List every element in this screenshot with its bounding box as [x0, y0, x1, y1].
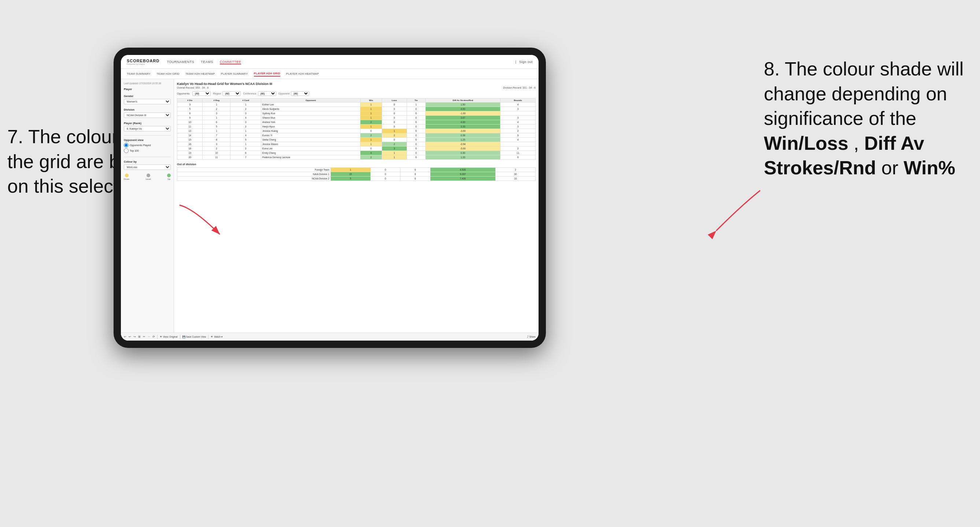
cell-conf: 2: [231, 107, 261, 111]
colour-by-label: Colour by: [124, 160, 171, 163]
cell-loss: 0: [382, 111, 407, 116]
table-row: 10 6 3 Andrea York 2 0 0 4.00 4: [177, 120, 536, 124]
cell-tie: 0: [407, 107, 425, 111]
toolbar-divider-2: [180, 335, 180, 339]
cell-diff: 1.25: [425, 138, 500, 142]
cell-loss: 2: [382, 142, 407, 146]
cell-conf: 6: [231, 151, 261, 155]
toolbar-redo1[interactable]: ↩: [129, 335, 131, 338]
cell-div: 5: [177, 107, 203, 111]
sub-nav-player-h2h-grid[interactable]: PLAYER H2H GRID: [254, 71, 280, 76]
toolbar-share[interactable]: ⤴ Share: [527, 335, 536, 338]
out-of-division-header: Out of division: [177, 163, 536, 166]
overall-record-value: 353 - 34 - 6: [196, 86, 209, 89]
cell-rounds: 11: [500, 151, 536, 155]
conference-select[interactable]: (All): [258, 91, 276, 96]
cell-loss: 0: [382, 138, 407, 142]
toolbar-watch[interactable]: 👁 Watch ▾: [211, 335, 223, 338]
cell-tie: 0: [407, 151, 425, 155]
division-select[interactable]: NCAA Division III: [124, 113, 171, 118]
cell-reg: 10: [203, 151, 231, 155]
table-row: 3 1 1 Esther Lee 1 0 1 1.50 4: [177, 103, 536, 107]
annotation-right-sep1: ,: [854, 133, 864, 154]
cell-rounds: 9: [500, 133, 536, 138]
main-data-table: # Div # Reg # Conf Opponent Win Loss Tie…: [177, 98, 536, 160]
share-icon: ⤴: [527, 335, 529, 338]
filter-group-region: Region (All): [213, 91, 241, 96]
radio-opponents-played[interactable]: Opponents Played: [124, 143, 171, 148]
radio-top100-input[interactable]: [124, 148, 129, 153]
sub-nav-team-summary[interactable]: TEAM SUMMARY: [127, 71, 151, 76]
cell-win: 0: [361, 129, 382, 133]
sub-nav-team-h2h-grid[interactable]: TEAM H2H GRID: [156, 71, 180, 76]
cell-name: Eunice Yi: [261, 133, 361, 138]
panel-divider: [124, 135, 171, 135]
tablet-device: SCOREBOARD Powered by clippd TOURNAMENTS…: [114, 48, 546, 348]
cell-win: 1: [361, 116, 382, 120]
cell-reg: 8: [203, 138, 231, 142]
overall-record-label: Overall Record:: [177, 86, 195, 89]
annotation-right-text1: 8. The colour shade will change dependin…: [764, 58, 964, 129]
region-select[interactable]: (All): [223, 91, 241, 96]
cell-reg: 3: [203, 142, 231, 146]
toolbar-redo2[interactable]: ↪: [134, 335, 136, 338]
left-panel: Last Updated: 27/03/2024 16:55:38 Player…: [121, 79, 174, 333]
radio-group: Opponents Played Top 100: [124, 143, 171, 153]
toolbar-grid[interactable]: ⊞: [138, 335, 141, 338]
col-diff: Diff Av Strokes/Rnd: [425, 98, 500, 103]
cell-reg: 1: [203, 116, 231, 120]
player-rank-select[interactable]: 8. Katelyn Vo: [124, 126, 171, 132]
cell-diff: 4.00: [425, 107, 500, 111]
toolbar-divider-1: [157, 335, 158, 339]
grid-title: Katelyn Vo Head-to-Head Grid for Women's…: [177, 82, 536, 86]
filter-group-conference: Conference (All): [243, 91, 276, 96]
toolbar-undo[interactable]: ↩: [124, 335, 126, 338]
cell-div: 13: [177, 129, 203, 133]
watch-label: Watch ▾: [214, 335, 223, 338]
cell-reg: 2: [203, 107, 231, 111]
colour-by-select[interactable]: Win/Loss: [124, 164, 171, 170]
cell-loss: 1: [382, 129, 407, 133]
out-of-div-table: Foreign Team 1 0 0 4.500 2 NAIA Division…: [177, 167, 536, 181]
out-cell-name: Foreign Team: [177, 168, 331, 172]
cell-loss: 0: [382, 124, 407, 129]
nav-sign-out[interactable]: Sign out: [519, 59, 533, 65]
out-cell-diff: 4.500: [430, 168, 495, 172]
sub-nav-team-h2h-heatmap[interactable]: TEAM H2H HEATMAP: [185, 71, 215, 76]
cell-diff: 1.33: [425, 155, 500, 160]
col-tie: Tie: [407, 98, 425, 103]
cell-win: 4: [361, 151, 382, 155]
cell-reg: 1: [203, 103, 231, 107]
gender-select[interactable]: Women's: [124, 99, 171, 105]
nav-tournaments[interactable]: TOURNAMENTS: [167, 59, 194, 65]
radio-top100[interactable]: Top 100: [124, 148, 171, 153]
nav-items: TOURNAMENTS TEAMS COMMITTEE: [167, 59, 515, 65]
toolbar-refresh[interactable]: ⟳: [153, 335, 155, 338]
cell-reg: 3: [203, 111, 231, 116]
sub-nav-player-summary[interactable]: PLAYER SUMMARY: [221, 71, 248, 76]
toolbar-view-original[interactable]: 👁 View: Original: [160, 335, 178, 338]
out-cell-diff: 9.267: [430, 172, 495, 176]
out-cell-diff: 7.400: [430, 176, 495, 181]
toolbar-more[interactable]: ···: [148, 335, 150, 338]
nav-teams[interactable]: TEAMS: [201, 59, 213, 65]
cell-rounds: 2: [500, 129, 536, 133]
nav-committee[interactable]: COMMITTEE: [220, 59, 242, 65]
cell-diff: 3.33: [425, 124, 500, 129]
radio-opponents-played-input[interactable]: [124, 143, 129, 148]
toolbar-save-custom[interactable]: 💾 Save Custom View: [183, 335, 206, 338]
table-row: 6 3 3 Sydney Kuo 1 0 0 -1.00: [177, 111, 536, 116]
opponent-select[interactable]: (All): [291, 91, 309, 96]
cell-div: 6: [177, 111, 203, 116]
cell-rounds: 3: [500, 116, 536, 120]
toolbar-cut[interactable]: ✂: [143, 335, 145, 338]
opponents-select[interactable]: (All): [192, 91, 211, 96]
col-loss: Loss: [382, 98, 407, 103]
cell-rounds: 4: [500, 138, 536, 142]
cell-loss: 0: [382, 107, 407, 111]
out-cell-tie: 0: [401, 176, 430, 181]
cell-div: 11: [177, 124, 203, 129]
cell-conf: 1: [231, 129, 261, 133]
cell-reg: 2: [203, 146, 231, 151]
sub-nav-player-h2h-heatmap[interactable]: PLAYER H2H HEATMAP: [286, 71, 319, 76]
